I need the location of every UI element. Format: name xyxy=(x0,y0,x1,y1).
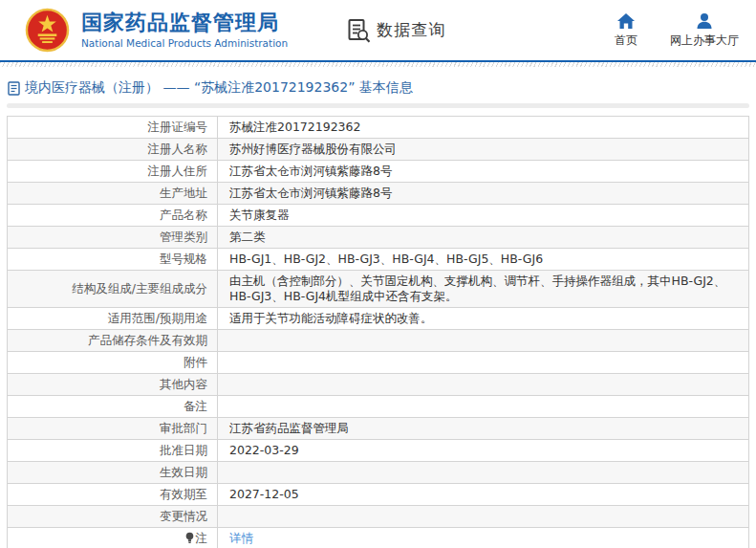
row-value: 2027-12-05 xyxy=(218,484,749,506)
nav-online-hall[interactable]: 网上办事大厅 xyxy=(670,12,739,49)
table-row: 注详情 xyxy=(8,528,749,548)
table-row: 管理类别第二类 xyxy=(8,227,749,249)
row-label: 适用范围/预期用途 xyxy=(8,308,218,330)
site-header: 国家药品监督管理局 National Medical Products Admi… xyxy=(0,0,756,60)
lightbulb-icon xyxy=(184,532,195,544)
nav-home-label: 首页 xyxy=(615,33,637,49)
table-row: 审批部门江苏省药品监督管理局 xyxy=(8,418,749,440)
table-row: 其他内容 xyxy=(8,374,749,396)
row-value: 详情 xyxy=(218,528,749,548)
data-query-module: 数据查询 xyxy=(347,18,445,43)
row-label: 备注 xyxy=(8,396,218,418)
breadcrumb: 境内医疗器械（注册） —— “苏械注准20172192362” 基本信息 xyxy=(0,67,756,103)
header-nav: 首页 网上办事大厅 xyxy=(615,12,739,49)
row-value xyxy=(218,374,749,396)
table-row: 生产地址江苏省太仓市浏河镇紫藤路8号 xyxy=(8,183,749,205)
row-value: 苏械注准20172192362 xyxy=(218,117,749,139)
row-value xyxy=(218,462,749,484)
row-label: 审批部门 xyxy=(8,418,218,440)
table-row: 产品名称关节康复器 xyxy=(8,205,749,227)
table-row: 备注 xyxy=(8,396,749,418)
row-value xyxy=(218,330,749,352)
row-label: 附件 xyxy=(8,352,218,374)
row-value: 江苏省太仓市浏河镇紫藤路8号 xyxy=(218,183,749,205)
row-label: 产品名称 xyxy=(8,205,218,227)
row-value: 由主机（含控制部分）、关节固定机构、支撑机构、调节杆、手持操作器组成，其中HB-… xyxy=(218,271,749,308)
row-label: 注册证编号 xyxy=(8,117,218,139)
row-label: 生产地址 xyxy=(8,183,218,205)
row-label: 注册人住所 xyxy=(8,161,218,183)
document-search-icon xyxy=(347,18,372,43)
agency-title-block: 国家药品监督管理局 National Medical Products Admi… xyxy=(81,11,288,48)
row-label: 注册人名称 xyxy=(8,139,218,161)
table-row: 变更情况 xyxy=(8,506,749,528)
row-value: 江苏省太仓市浏河镇紫藤路8号 xyxy=(218,161,749,183)
row-label: 产品储存条件及有效期 xyxy=(8,330,218,352)
national-emblem-logo xyxy=(25,8,70,53)
data-query-title: 数据查询 xyxy=(377,19,445,41)
row-label: 注 xyxy=(8,528,218,548)
row-value: HB-GJ1、HB-GJ2、HB-GJ3、HB-GJ4、HB-GJ5、HB-GJ… xyxy=(218,249,749,271)
row-label: 变更情况 xyxy=(8,506,218,528)
row-label: 批准日期 xyxy=(8,440,218,462)
table-row: 结构及组成/主要组成成分由主机（含控制部分）、关节固定机构、支撑机构、调节杆、手… xyxy=(8,271,749,308)
person-icon xyxy=(695,12,714,30)
row-label: 型号规格 xyxy=(8,249,218,271)
row-label: 有效期至 xyxy=(8,484,218,506)
nav-home[interactable]: 首页 xyxy=(615,12,637,49)
table-row: 有效期至2027-12-05 xyxy=(8,484,749,506)
row-label: 生效日期 xyxy=(8,462,218,484)
row-label: 其他内容 xyxy=(8,374,218,396)
row-value: 第二类 xyxy=(218,227,749,249)
document-icon xyxy=(8,81,20,96)
agency-name-cn: 国家药品监督管理局 xyxy=(81,11,288,34)
registration-info-table: 注册证编号苏械注准20172192362注册人名称苏州好博医疗器械股份有限公司注… xyxy=(7,116,749,548)
row-value xyxy=(218,396,749,418)
agency-name-en: National Medical Products Administration xyxy=(81,37,288,49)
row-label: 管理类别 xyxy=(8,227,218,249)
row-value: 适用于关节功能活动障碍症状的改善。 xyxy=(218,308,749,330)
row-value xyxy=(218,506,749,528)
detail-link[interactable]: 详情 xyxy=(229,531,253,545)
table-row: 注册证编号苏械注准20172192362 xyxy=(8,117,749,139)
row-value: 2022-03-29 xyxy=(218,440,749,462)
row-value: 关节康复器 xyxy=(218,205,749,227)
table-row: 产品储存条件及有效期 xyxy=(8,330,749,352)
row-label: 结构及组成/主要组成成分 xyxy=(8,271,218,308)
table-row: 注册人名称苏州好博医疗器械股份有限公司 xyxy=(8,139,749,161)
table-row: 型号规格HB-GJ1、HB-GJ2、HB-GJ3、HB-GJ4、HB-GJ5、H… xyxy=(8,249,749,271)
table-row: 附件 xyxy=(8,352,749,374)
info-table-body: 注册证编号苏械注准20172192362注册人名称苏州好博医疗器械股份有限公司注… xyxy=(8,117,749,548)
row-value: 江苏省药品监督管理局 xyxy=(218,418,749,440)
table-row: 批准日期2022-03-29 xyxy=(8,440,749,462)
table-row: 注册人住所江苏省太仓市浏河镇紫藤路8号 xyxy=(8,161,749,183)
home-icon xyxy=(616,12,636,30)
page-title: 境内医疗器械（注册） —— “苏械注准20172192362” 基本信息 xyxy=(25,79,413,97)
nav-online-hall-label: 网上办事大厅 xyxy=(670,33,739,49)
registration-info-table-wrap: 注册证编号苏械注准20172192362注册人名称苏州好博医疗器械股份有限公司注… xyxy=(0,108,756,548)
row-value: 苏州好博医疗器械股份有限公司 xyxy=(218,139,749,161)
row-value xyxy=(218,352,749,374)
table-row: 适用范围/预期用途适用于关节功能活动障碍症状的改善。 xyxy=(8,308,749,330)
table-row: 生效日期 xyxy=(8,462,749,484)
